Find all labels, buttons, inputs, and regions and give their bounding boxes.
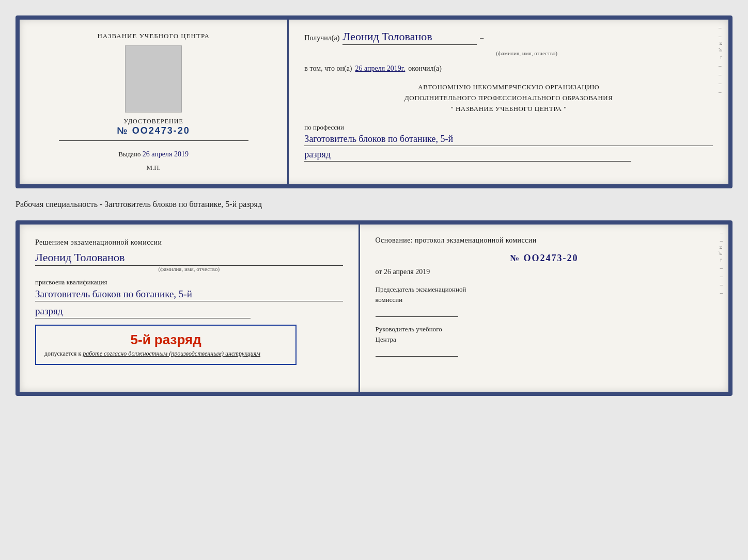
exam-card: Решением экзаменационной комиссии Леонид… bbox=[15, 220, 733, 396]
page-wrapper: НАЗВАНИЕ УЧЕБНОГО ЦЕНТРА УДОСТОВЕРЕНИЕ №… bbox=[10, 10, 738, 401]
exam-decision-line: Решением экзаменационной комиссии bbox=[35, 237, 343, 248]
certificate-card-1: НАЗВАНИЕ УЧЕБНОГО ЦЕНТРА УДОСТОВЕРЕНИЕ №… bbox=[15, 15, 733, 188]
exam-person-name: Леонид Толованов bbox=[35, 251, 343, 266]
recipient-line: Получил(а) Леонид Толованов – bbox=[304, 30, 713, 45]
exam-chairman-block: Председатель экзаменационной комиссии bbox=[376, 284, 713, 317]
right-side-marks: – – и ,а ← – – – – bbox=[719, 230, 724, 296]
side-marks: – – и ,а ← – – – – bbox=[719, 25, 724, 95]
exam-person-subtext: (фамилия, имя, отчество) bbox=[35, 266, 343, 272]
cert-training-center-title: НАЗВАНИЕ УЧЕБНОГО ЦЕНТРА bbox=[97, 32, 209, 40]
exam-basis-label: Основание: протокол экзаменационной коми… bbox=[376, 235, 713, 246]
exam-razryad: разряд bbox=[35, 306, 251, 318]
head-signature-line bbox=[376, 348, 458, 357]
exam-date-line: от 26 апреля 2019 bbox=[376, 268, 713, 276]
exam-head-block: Руководитель учебного Центра bbox=[376, 324, 713, 357]
cert-left-panel: НАЗВАНИЕ УЧЕБНОГО ЦЕНТРА УДОСТОВЕРЕНИЕ №… bbox=[20, 20, 289, 184]
chairman-signature-line bbox=[376, 309, 458, 317]
exam-left-panel: Решением экзаменационной комиссии Леонид… bbox=[20, 225, 360, 392]
cert-number-section: УДОСТОВЕРЕНИЕ № OO2473-20 bbox=[117, 118, 190, 136]
exam-qualification-label: присвоена квалификация bbox=[35, 278, 343, 286]
recipient-subtext: (фамилия, имя, отчество) bbox=[304, 50, 713, 56]
exam-right-panel: Основание: протокол экзаменационной коми… bbox=[360, 225, 728, 392]
specialty-text: Рабочая специальность - Заготовитель бло… bbox=[15, 198, 733, 211]
exam-protocol-number: № OO2473-20 bbox=[376, 253, 713, 264]
badge-rank: 5-й разряд bbox=[44, 332, 287, 348]
cert-issued-line: Выдано 26 апреля 2019 bbox=[118, 150, 189, 158]
badge-allowed: допускается к работе согласно должностны… bbox=[44, 350, 287, 358]
cert-label: УДОСТОВЕРЕНИЕ bbox=[117, 118, 190, 125]
badge-box: 5-й разряд допускается к работе согласно… bbox=[35, 325, 297, 365]
cert-number: № OO2473-20 bbox=[117, 125, 190, 136]
exam-profession: Заготовитель блоков по ботанике, 5-й bbox=[35, 289, 343, 301]
mp-label: М.П. bbox=[146, 158, 160, 172]
org-block: АВТОНОМНУЮ НЕКОММЕРЧЕСКУЮ ОРГАНИЗАЦИЮ ДО… bbox=[304, 82, 713, 114]
cert-right-panel: Получил(а) Леонид Толованов – (фамилия, … bbox=[289, 20, 728, 184]
profession-block: по профессии Заготовитель блоков по бота… bbox=[304, 123, 713, 162]
photo-placeholder bbox=[125, 45, 182, 113]
cert-fact-line: в том, что он(а) 26 апреля 2019г. окончи… bbox=[304, 65, 713, 73]
